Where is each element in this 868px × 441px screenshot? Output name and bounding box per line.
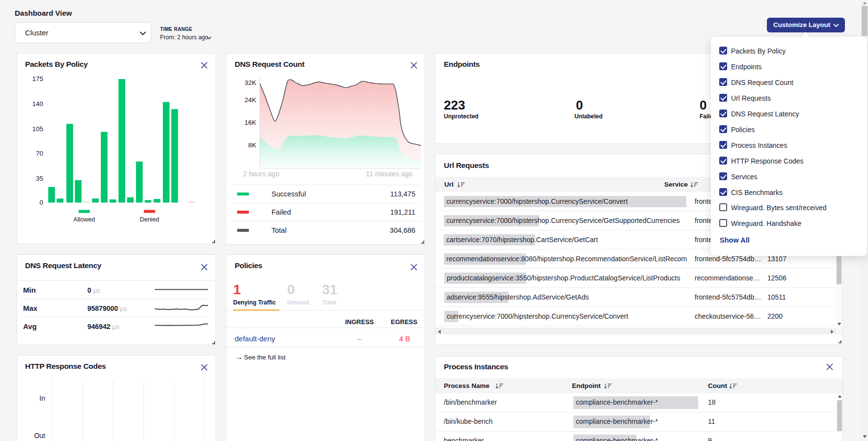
svg-text:175: 175 (32, 75, 43, 83)
svg-text:32K: 32K (244, 79, 256, 86)
svg-text:70: 70 (36, 150, 43, 157)
svg-text:0: 0 (39, 199, 43, 206)
svg-text:24K: 24K (244, 96, 256, 104)
svg-text:105: 105 (32, 125, 43, 133)
svg-text:Denied: Denied (140, 216, 160, 223)
svg-text:35: 35 (36, 175, 43, 182)
svg-text:Allowed: Allowed (74, 216, 95, 223)
svg-text:In: In (39, 394, 45, 402)
svg-text:2 hours ago: 2 hours ago (243, 170, 279, 178)
svg-text:16K: 16K (244, 119, 256, 126)
svg-text:8K: 8K (248, 141, 256, 149)
svg-text:11 minutes ago: 11 minutes ago (366, 170, 412, 178)
svg-text:Out: Out (34, 432, 45, 440)
svg-text:140: 140 (32, 100, 43, 108)
